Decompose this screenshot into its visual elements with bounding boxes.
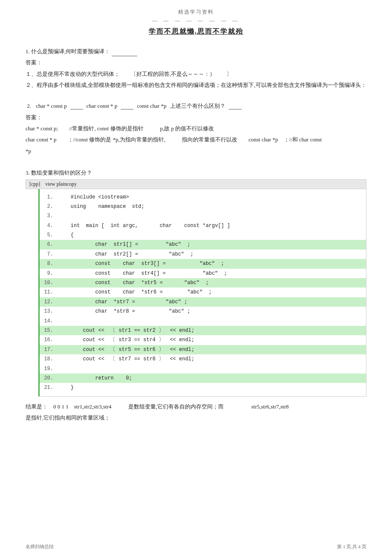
question-1: 1. 什么是预编译,何时需要预编译： 答案： １、总是使用不常改动的大型代码体；… [26, 46, 366, 90]
line-num-8: 8. [40, 259, 57, 268]
line-num-7: 7. [40, 250, 57, 259]
code-line-5: 5. { [40, 230, 366, 240]
line-content-4: int main [ int argc, char const *argv[] … [57, 221, 366, 230]
line-content-11: const char *str6 = "abc" ; [57, 288, 366, 296]
line-content-10: const char *str5 = "abc" ; [57, 279, 366, 287]
q2-answer-1: char * const p; //常量指针, const 修饰的是指针 p,故… [26, 124, 366, 133]
line-content-20: return 0; [57, 374, 366, 382]
q2-blank3 [229, 103, 242, 109]
code-line-6: 6. char str1[] = "abc" ; [40, 240, 366, 249]
line-num-11: 11. [40, 288, 57, 296]
code-block: 1. #include <iostream> 2. using namespac… [38, 189, 366, 397]
footer: 名师归纳总结 第 1 页,共 4 页 [0, 543, 392, 550]
code-line-12: 12. char *str7 = "abc" ; [40, 297, 366, 307]
q2-blank2 [121, 103, 133, 109]
footer-right: 第 1 页,共 4 页 [337, 543, 366, 550]
line-content-9: const char str4[] = "abc" ; [57, 269, 366, 278]
line-num-9: 9. [40, 269, 57, 278]
q1-title-text: 什么是预编译,何时需要预编译： [31, 48, 110, 55]
line-content-12: char *str7 = "abc" ; [57, 298, 366, 306]
code-line-7: 7. char str2[] = "abc" ; [40, 250, 366, 259]
q3-number: 3. [26, 170, 30, 176]
line-num-18: 18. [40, 355, 57, 363]
q2-number: 2. [26, 103, 32, 109]
q1-answer-1: １、总是使用不常改动的大型代码体； 〔好工程的回答,不是么～～～：） 〕 [26, 69, 366, 79]
code-line-8: 8. const char str3[] = "abc" ; [40, 259, 366, 268]
q1-number: 1. [26, 48, 30, 55]
line-num-2: 2. [40, 202, 57, 211]
line-content-5: { [57, 231, 366, 239]
code-line-10: 10. const char *str5 = "abc" ; [40, 278, 366, 288]
line-num-5: 5. [40, 231, 57, 239]
line-num-19: 19. [40, 365, 57, 373]
line-num-3: 3. [40, 212, 57, 220]
header-top-label: 精选学习资料 [26, 9, 366, 16]
q2-blank1 [70, 103, 83, 109]
code-line-20: 20. return 0; [40, 374, 366, 383]
code-line-19: 19. [40, 364, 366, 374]
code-line-17: 17. cout << 〔 str5 == str6 〕 << endl; [40, 345, 366, 354]
header-title: 学而不思就懒,思而不学就殆 [26, 27, 366, 36]
q2-part4: 上述三个有什么区别？ [170, 102, 225, 110]
q2-answer-label: 答案： [26, 112, 366, 122]
line-num-1: 1. [40, 193, 57, 201]
q1-blank [112, 49, 137, 56]
line-num-15: 15. [40, 326, 57, 335]
line-num-20: 20. [40, 374, 57, 382]
code-line-1: 1. #include <iostream> [40, 193, 366, 202]
result-line-2: 是指针,它们指向相同的常量区域； [26, 413, 366, 423]
code-line-14: 14. [40, 316, 366, 326]
code-toolbar-lang: [cpp] [29, 181, 40, 187]
line-num-4: 4. [40, 221, 57, 230]
question-3: 3. 数组变量和指针的区分？ [cpp] view plaincopy 1. #… [26, 168, 366, 423]
line-num-16: 16. [40, 336, 57, 344]
code-toolbar: [cpp] view plaincopy [26, 179, 366, 189]
line-num-10: 10. [40, 279, 57, 287]
code-toolbar-view[interactable]: view plaincopy [45, 181, 77, 187]
q2-title-line: 2. char * const p char const * p const c… [26, 102, 366, 110]
line-num-12: 12. [40, 298, 57, 306]
line-content-7: char str2[] = "abc" ; [57, 250, 366, 259]
code-line-4: 4. int main [ int argc, char const *argv… [40, 221, 366, 230]
code-line-3: 3. [40, 211, 366, 221]
q3-title-text: 数组变量和指针的区分？ [31, 170, 92, 176]
line-content-17: cout << 〔 str5 == str6 〕 << endl; [57, 345, 366, 354]
q2-part3: const char *p [137, 103, 166, 109]
q1-answer-label: 答案： [26, 58, 366, 67]
line-content-18: cout << 〔 str7 == str8 〕 << endl; [57, 355, 366, 363]
q1-title: 1. 什么是预编译,何时需要预编译： [26, 46, 366, 56]
header-dashes: — — — — — — — — [26, 17, 366, 24]
line-content-2: using namespace std; [57, 202, 366, 211]
line-num-21: 21. [40, 383, 57, 392]
code-line-9: 9. const char str4[] = "abc" ; [40, 269, 366, 278]
line-content-21: } [57, 383, 366, 392]
q2-part1: char * const p [36, 103, 67, 109]
line-num-17: 17. [40, 345, 57, 354]
result-line-1: 结果是： 0 0 1 1 str1,str2,str3,str4 是数组变量,它… [26, 402, 366, 411]
line-content-1: #include <iostream> [57, 193, 366, 201]
question-2: 2. char * const p char const * p const c… [26, 102, 366, 156]
code-line-16: 16. cout << 〔 str3 == str4 〕 << endl; [40, 335, 366, 345]
code-line-13: 13. char *str8 = "abc" ; [40, 307, 366, 316]
line-num-13: 13. [40, 307, 57, 316]
q3-title: 3. 数组变量和指针的区分？ [26, 168, 366, 178]
line-content-8: const char str3[] = "abc" ; [57, 259, 366, 268]
q2-answer-3: *p [26, 146, 366, 156]
code-line-11: 11. const char *str6 = "abc" ; [40, 288, 366, 297]
line-content-15: cout << 〔 str1 == str2 〕 << endl; [57, 326, 366, 335]
code-line-21: 21. } [40, 383, 366, 392]
line-num-14: 14. [40, 317, 57, 325]
q3-result: 结果是： 0 0 1 1 str1,str2,str3,str4 是数组变量,它… [26, 402, 366, 423]
q1-answer-2: ２、程序由多个模块组成,全部模块都使用一组标准的包含文件相同的编译选项；在这种情… [26, 80, 366, 90]
line-content-16: cout << 〔 str3 == str4 〕 << endl; [57, 336, 366, 344]
code-line-18: 18. cout << 〔 str7 == str8 〕 << endl; [40, 354, 366, 364]
q2-answer-2: char const * p ；//const 修饰的是 *p,为指向常量的指针… [26, 135, 366, 144]
footer-left: 名师归纳总结 [26, 543, 54, 550]
line-content-6: char str1[] = "abc" ; [57, 240, 366, 249]
line-num-6: 6. [40, 240, 57, 249]
q2-part2: char const * p [86, 103, 118, 109]
line-content-13: char *str8 = "abc" ; [57, 307, 366, 316]
code-line-2: 2. using namespace std; [40, 202, 366, 211]
code-line-15: 15. cout << 〔 str1 == str2 〕 << endl; [40, 326, 366, 335]
